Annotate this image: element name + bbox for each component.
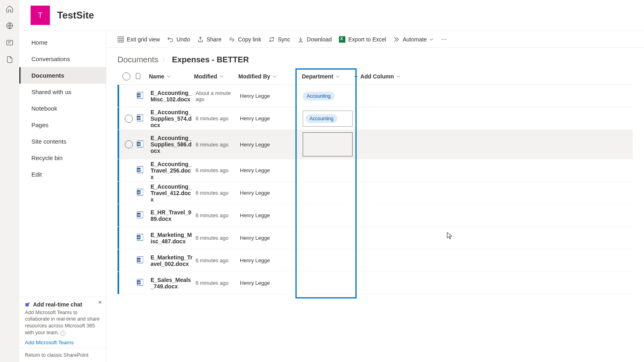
department-cell[interactable] — [299, 281, 356, 286]
department-cell[interactable]: Accounting — [299, 108, 356, 129]
file-name[interactable]: E_HR_Travel_989.docx — [151, 209, 196, 222]
department-tag: Accounting — [303, 92, 334, 101]
department-cell-editing[interactable]: Accounting — [303, 111, 353, 127]
promo-title: Add real-time chat — [33, 301, 82, 308]
file-name[interactable]: E_Accounting_Travel_256.docx — [151, 161, 196, 180]
add-column-button[interactable]: +Add Column — [354, 73, 407, 80]
word-doc-icon: W — [137, 166, 143, 174]
sync-button[interactable]: Sync — [268, 36, 290, 43]
nav-item-home[interactable]: Home — [19, 34, 106, 51]
row-handle — [118, 227, 119, 249]
close-icon[interactable]: × — [98, 299, 102, 306]
nav-item-notebook[interactable]: Notebook — [19, 100, 106, 117]
nav-item-documents[interactable]: Documents — [19, 67, 106, 84]
left-nav: HomeConversationsDocumentsShared with us… — [19, 31, 106, 362]
department-cell[interactable] — [299, 213, 356, 218]
download-button[interactable]: Download — [297, 36, 332, 43]
department-cell[interactable] — [299, 168, 356, 173]
table-row[interactable]: W E_Sales_Meals_749.docx 6 minutes ago H… — [118, 272, 633, 294]
file-icon[interactable] — [6, 56, 14, 64]
chevron-down-icon — [167, 74, 171, 78]
row-handle — [118, 85, 119, 107]
return-classic-link[interactable]: Return to classic SharePoint — [19, 348, 106, 362]
add-teams-link[interactable]: Add Microsoft Teams — [25, 339, 74, 346]
table-row[interactable]: W E_Marketing_Travel_002.docx 6 minutes … — [118, 249, 633, 272]
grid-header: Name Modified Modified By Department +Ad… — [118, 68, 633, 85]
automate-button[interactable]: Automate — [393, 36, 433, 43]
modified-time: 6 minutes ago — [196, 142, 240, 148]
site-logo[interactable]: T — [31, 6, 50, 25]
row-handle — [118, 249, 119, 272]
file-name[interactable]: E_Accounting_Travel_412.docx — [151, 183, 196, 203]
chevron-down-icon — [272, 74, 277, 78]
row-checkbox[interactable] — [125, 140, 133, 148]
news-icon[interactable] — [6, 39, 14, 47]
word-doc-icon: W — [137, 140, 143, 148]
file-name[interactable]: E_Sales_Meals_749.docx — [151, 277, 196, 290]
copylink-button[interactable]: Copy link — [229, 36, 261, 43]
breadcrumb-current: Expenses - BETTER — [172, 55, 249, 64]
file-name[interactable]: E_Accounting_Supplies_574.docx — [151, 109, 196, 128]
word-doc-icon: W — [137, 188, 143, 196]
nav-item-recycle-bin[interactable]: Recycle bin — [19, 150, 106, 166]
name-column-header[interactable]: Name — [149, 73, 194, 80]
file-name[interactable]: E_Accounting_Misc_102.docx — [151, 90, 196, 103]
nav-item-shared-with-us[interactable]: Shared with us — [19, 84, 106, 100]
table-row[interactable]: W E_Marketing_Misc_487.docx 6 minutes ag… — [118, 227, 633, 249]
department-cell[interactable] — [299, 191, 356, 195]
svg-text:W: W — [138, 281, 140, 284]
table-row[interactable]: W E_Accounting_Supplies_574.docx 6 minut… — [118, 107, 633, 130]
svg-text:W: W — [138, 214, 140, 216]
nav-item-conversations[interactable]: Conversations — [19, 51, 106, 67]
word-doc-icon: W — [137, 211, 143, 219]
table-row[interactable]: W E_Accounting_Travel_256.docx 6 minutes… — [118, 159, 633, 182]
select-all-checkbox[interactable] — [122, 72, 130, 80]
chevron-down-icon — [220, 74, 224, 78]
svg-rect-2 — [25, 303, 29, 306]
modifiedby-column-header[interactable]: Modified By — [238, 73, 298, 80]
home-icon[interactable] — [6, 5, 14, 13]
table-row[interactable]: W E_Accounting_Supplies_586.docx 6 minut… — [118, 130, 633, 159]
file-name[interactable]: E_Marketing_Misc_487.docx — [151, 232, 196, 245]
department-cell-editing[interactable] — [303, 132, 353, 156]
undo-button[interactable]: Undo — [167, 36, 190, 43]
modified-by: Henry Legge — [240, 235, 299, 241]
table-row[interactable]: W E_HR_Travel_989.docx 6 minutes ago Hen… — [118, 204, 633, 227]
export-excel-button[interactable]: Export to Excel — [339, 36, 386, 43]
more-actions-button[interactable]: ··· — [441, 35, 447, 43]
nav-item-edit[interactable]: Edit — [19, 166, 106, 183]
grid-icon — [118, 36, 124, 43]
breadcrumb-root[interactable]: Documents — [118, 55, 158, 64]
file-name[interactable]: E_Accounting_Supplies_586.docx — [151, 135, 196, 154]
department-cell[interactable] — [299, 130, 356, 159]
modified-by: Henry Legge — [240, 115, 299, 121]
table-row[interactable]: W E_Accounting_Misc_102.docx About a min… — [118, 85, 633, 107]
modified-time: 6 minutes ago — [196, 167, 240, 173]
department-column-header[interactable]: Department — [298, 73, 354, 80]
share-button[interactable]: Share — [197, 36, 221, 43]
modified-column-header[interactable]: Modified — [194, 73, 238, 80]
chevron-down-icon — [429, 37, 433, 41]
filetype-header-icon — [135, 73, 141, 79]
exit-grid-button[interactable]: Exit grid view — [118, 36, 160, 43]
info-icon[interactable]: i — [60, 331, 66, 336]
command-bar: Exit grid view Undo Share Copy link — [106, 31, 644, 48]
department-cell[interactable]: Accounting — [299, 89, 356, 103]
nav-item-site-contents[interactable]: Site contents — [19, 133, 106, 150]
svg-rect-1 — [7, 40, 13, 45]
svg-text:W: W — [138, 169, 140, 171]
department-cell[interactable] — [299, 236, 356, 241]
table-row[interactable]: W E_Accounting_Travel_412.docx 6 minutes… — [118, 182, 633, 204]
sync-icon — [268, 36, 275, 43]
globe-icon[interactable] — [6, 22, 14, 30]
svg-text:W: W — [138, 117, 140, 119]
file-name[interactable]: E_Marketing_Travel_002.docx — [151, 254, 196, 267]
site-title: TestSite — [57, 10, 94, 21]
teams-icon — [25, 302, 31, 307]
word-doc-icon: W — [137, 91, 143, 99]
modified-time: 6 minutes ago — [196, 257, 240, 263]
row-checkbox[interactable] — [125, 115, 133, 123]
row-handle — [118, 130, 119, 159]
department-cell[interactable] — [299, 258, 356, 263]
nav-item-pages[interactable]: Pages — [19, 117, 106, 133]
